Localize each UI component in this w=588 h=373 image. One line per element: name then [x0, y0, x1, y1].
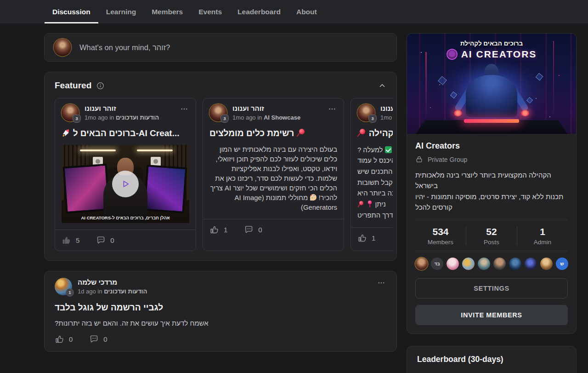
card-footer: 5 0 — [55, 230, 196, 245]
post-body: אשמח לדעת איך עושים את זה. והאם יש בזה י… — [55, 319, 386, 327]
post-body: למעלה ? היכנס ל עמוד התכנים שיש קבל תשוב… — [357, 145, 393, 221]
tab-events[interactable]: Events — [191, 0, 230, 23]
author-name[interactable]: זוהר וענונו — [380, 104, 393, 112]
member-avatar[interactable]: ש — [556, 258, 568, 270]
post-channel[interactable]: הודעות ועדכונים — [104, 288, 147, 295]
group-info-body: AI Creators Private Group הקהילה המקצועי… — [407, 134, 576, 333]
comment-count: 0 — [258, 226, 262, 234]
current-user-avatar[interactable] — [54, 39, 71, 56]
member-avatar[interactable]: בד — [431, 258, 443, 270]
group-name: AI Creators — [415, 141, 568, 151]
like-button[interactable] — [209, 225, 219, 235]
top-nav: Discussion Learning Members Events Leade… — [0, 0, 588, 23]
post-title: ברוכים הבאים ל-AI Creat... — [62, 128, 189, 139]
more-options-icon[interactable] — [179, 104, 189, 114]
post-body-line: התכנים שיש — [357, 166, 393, 178]
stat-posts: 52 Posts — [466, 226, 517, 246]
community-page: Discussion Learning Members Events Leade… — [0, 0, 588, 373]
featured-card-community[interactable]: 3 זוהר וענונו 1mo קהילה למעלה ? היכנס ל … — [351, 98, 393, 251]
post-body-line: ניתן — [357, 199, 393, 210]
post-meta: 1mo — [380, 114, 393, 121]
author-avatar[interactable]: 3 — [209, 104, 227, 121]
card-footer: 1 0 — [203, 219, 344, 235]
member-avatar[interactable] — [540, 258, 553, 270]
featured-card-welcome[interactable]: 3 זוהר וענונו 1mo ago in הודעות ועדכונים… — [55, 98, 196, 251]
thumb-decor — [80, 149, 116, 151]
member-avatar[interactable] — [509, 258, 521, 270]
post-meta: 1d ago in הודעות ועדכונים — [78, 288, 147, 295]
pin-emoji-icon — [357, 128, 366, 137]
member-avatar[interactable] — [447, 258, 459, 270]
pin2-emoji-icon — [366, 201, 373, 207]
post-channel[interactable]: AI Showcase — [264, 114, 300, 121]
comment-button[interactable] — [96, 235, 106, 245]
featured-card-tools[interactable]: 3 זוהר וענונו 1mo ago in AI Showcase רשי… — [203, 98, 344, 251]
author-avatar[interactable]: 3 — [357, 104, 375, 121]
post-time: 1mo ago in — [85, 114, 114, 121]
banner-decor — [521, 110, 529, 116]
group-description-line: הקהילה המקצועית ביותר ליוצרי בינה מלאכות… — [415, 170, 568, 191]
post-body-line: דרך התפריט — [357, 210, 393, 221]
like-button[interactable] — [357, 233, 367, 243]
author-meta: זוהר וענונו 1mo ago in AI Showcase — [232, 104, 300, 121]
post-body-line: למעלה ? — [357, 145, 393, 156]
author-meta: זוהר וענונו 1mo ago in הודעות ועדכונים — [85, 104, 159, 121]
member-avatar[interactable] — [415, 258, 428, 270]
stat-label: Posts — [466, 239, 517, 246]
post-title: רשימת כלים מומלצים — [209, 128, 337, 139]
author-avatar[interactable]: 3 — [62, 104, 79, 121]
tab-about[interactable]: About — [288, 0, 325, 23]
tab-members[interactable]: Members — [144, 0, 191, 23]
post-time: 1mo — [380, 114, 392, 121]
leaderboard-card: Leaderboard (30-days) — [407, 346, 577, 373]
banner-brand-text: AI CREATORS — [461, 49, 537, 60]
member-avatar[interactable] — [493, 258, 506, 270]
play-icon[interactable] — [112, 171, 139, 197]
member-avatar[interactable] — [525, 258, 537, 270]
post-body-line: היכנס ל עמוד — [357, 155, 393, 166]
like-count: 0 — [69, 335, 73, 343]
card-header: 3 זוהר וענונו 1mo ago in AI Showcase — [209, 104, 337, 121]
more-options-icon[interactable] — [376, 278, 386, 288]
collapse-chevron-up-icon[interactable] — [378, 81, 386, 90]
post-channel[interactable]: הודעות ועדכונים — [116, 114, 159, 121]
stat-admin: 1 Admin — [517, 226, 568, 246]
rocket-emoji-icon — [62, 128, 72, 139]
thumb-decor — [151, 157, 161, 166]
group-stats: 534 Members 52 Posts 1 Admin — [415, 220, 568, 251]
stat-value: 1 — [517, 226, 568, 237]
tab-leaderboard[interactable]: Leaderboard — [230, 0, 288, 23]
stat-label: Admin — [517, 239, 568, 246]
author-name[interactable]: מרדכי שלמה — [78, 278, 147, 286]
author-name[interactable]: זוהר וענונו — [85, 104, 159, 112]
comment-button[interactable] — [244, 225, 254, 235]
invite-members-button[interactable]: INVITE MEMBERS — [415, 305, 568, 325]
post-title: לגביי הרשמה של גוגל בלבד — [55, 303, 386, 313]
featured-title: Featured — [55, 80, 91, 91]
like-count: 5 — [76, 236, 79, 244]
tab-discussion[interactable]: Discussion — [45, 0, 98, 23]
tab-learning[interactable]: Learning — [98, 0, 144, 23]
member-avatar[interactable] — [462, 258, 475, 270]
info-icon[interactable] — [96, 81, 105, 90]
more-options-icon[interactable] — [327, 104, 337, 114]
member-avatar[interactable] — [478, 258, 490, 270]
comment-button[interactable] — [89, 334, 99, 344]
video-thumbnail[interactable]: אהלן חברים, ברוכים הבאים ל-AI CREATORS — [62, 145, 189, 223]
like-button[interactable] — [62, 235, 71, 245]
leaderboard-title: Leaderboard (30-days) — [417, 355, 566, 364]
featured-header: Featured — [55, 80, 393, 91]
like-button[interactable] — [55, 334, 64, 344]
post-composer[interactable]: What's on your mind, זוהר? — [44, 33, 397, 62]
video-caption: אהלן חברים, ברוכים הבאים ל-AI CREATORS — [62, 215, 189, 220]
main-layout: What's on your mind, זוהר? Featured — [0, 23, 588, 373]
settings-button[interactable]: SETTINGS — [415, 278, 568, 298]
stat-members: 534 Members — [415, 226, 466, 246]
author-name[interactable]: זוהר וענונו — [232, 104, 300, 112]
post-meta: 1mo ago in AI Showcase — [232, 114, 300, 121]
card-header: 3 זוהר וענונו 1mo — [357, 104, 393, 121]
group-description-line: תכנות ללא קוד, יצירת סרטים, מוסיקה ותמונ… — [415, 191, 568, 213]
featured-section: Featured 3 — [44, 72, 397, 261]
author-avatar[interactable]: 1 — [55, 278, 72, 295]
post-card[interactable]: 1 מרדכי שלמה 1d ago in הודעות ועדכונים ל… — [44, 271, 397, 352]
